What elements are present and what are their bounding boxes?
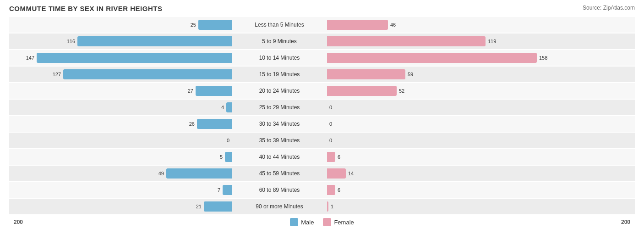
category-label: 10 to 14 Minutes: [234, 55, 325, 61]
male-value: 27: [188, 88, 193, 94]
male-value: 25: [191, 22, 196, 28]
table-row: 14710 to 14 Minutes158: [9, 50, 635, 66]
female-value: 0: [329, 138, 332, 143]
female-swatch: [323, 218, 331, 226]
female-bar: [327, 168, 346, 179]
female-bar: [327, 201, 328, 212]
female-bar: [327, 36, 486, 46]
female-bar: [327, 53, 537, 63]
table-row: 2190 or more Minutes1: [9, 199, 635, 214]
category-label: 60 to 89 Minutes: [234, 187, 325, 193]
female-value: 14: [348, 171, 354, 176]
male-value: 21: [196, 204, 202, 209]
male-value: 0: [227, 138, 229, 143]
male-value: 127: [53, 72, 61, 77]
axis-right-label: 200: [621, 219, 630, 225]
male-section: 116: [9, 36, 234, 46]
category-label: 15 to 19 Minutes: [234, 71, 325, 78]
male-bar: [198, 20, 232, 30]
male-bar: [197, 119, 232, 129]
male-section: 21: [9, 201, 234, 212]
source-text: Source: ZipAtlas.com: [583, 5, 635, 11]
table-row: 540 to 44 Minutes6: [9, 149, 635, 165]
table-row: 425 to 29 Minutes0: [9, 100, 635, 115]
male-section: 147: [9, 53, 234, 63]
female-section: 6: [325, 152, 550, 162]
legend-female: Female: [323, 218, 354, 226]
table-row: 4945 to 59 Minutes14: [9, 166, 635, 181]
male-bar: [37, 53, 232, 63]
male-bar: [225, 152, 232, 162]
female-value: 46: [390, 22, 396, 28]
table-row: 1165 to 9 Minutes119: [9, 33, 635, 49]
female-section: 1: [325, 201, 550, 212]
male-bar: [226, 102, 232, 112]
table-row: 760 to 89 Minutes6: [9, 182, 635, 198]
female-value: 6: [338, 154, 340, 160]
male-value: 49: [158, 171, 164, 176]
table-row: 2630 to 34 Minutes0: [9, 116, 635, 132]
category-label: 90 or more Minutes: [234, 203, 325, 210]
category-label: 45 to 59 Minutes: [234, 170, 325, 177]
female-section: 0: [325, 135, 550, 145]
female-value: 119: [488, 39, 496, 44]
male-swatch: [290, 218, 298, 226]
legend: Male Female: [290, 218, 354, 226]
female-value: 0: [329, 105, 332, 110]
category-label: 30 to 34 Minutes: [234, 121, 325, 127]
female-label: Female: [334, 219, 354, 226]
table-row: 12715 to 19 Minutes59: [9, 67, 635, 82]
female-value: 158: [539, 55, 547, 61]
table-row: 2720 to 24 Minutes52: [9, 83, 635, 99]
female-value: 59: [408, 72, 413, 77]
female-bar: [327, 185, 335, 195]
table-row: 25Less than 5 Minutes46: [9, 17, 635, 33]
chart-title: COMMUTE TIME BY SEX IN RIVER HEIGHTS: [9, 5, 162, 12]
category-label: 5 to 9 Minutes: [234, 38, 325, 45]
male-section: 5: [9, 152, 234, 162]
male-label: Male: [301, 219, 314, 226]
male-bar: [77, 36, 232, 46]
category-label: 25 to 29 Minutes: [234, 104, 325, 111]
axis-left-label: 200: [14, 219, 23, 225]
male-value: 147: [26, 55, 34, 61]
category-label: 40 to 44 Minutes: [234, 154, 325, 160]
chart-area: 25Less than 5 Minutes461165 to 9 Minutes…: [9, 17, 635, 214]
legend-male: Male: [290, 218, 314, 226]
male-value: 116: [67, 39, 75, 44]
female-section: 6: [325, 185, 550, 195]
male-section: 26: [9, 119, 234, 129]
female-bar: [327, 152, 335, 162]
female-section: 158: [325, 53, 550, 63]
female-section: 46: [325, 20, 550, 30]
male-bar: [196, 86, 232, 96]
female-section: 119: [325, 36, 550, 46]
male-bar: [223, 185, 232, 195]
female-value: 1: [331, 204, 333, 209]
male-value: 5: [220, 154, 223, 160]
male-bar: [204, 201, 232, 212]
female-value: 6: [338, 187, 340, 193]
male-section: 27: [9, 86, 234, 96]
table-row: 035 to 39 Minutes0: [9, 133, 635, 148]
female-section: 0: [325, 119, 550, 129]
male-section: 7: [9, 185, 234, 195]
legend-row: 200 Male Female 200: [9, 218, 635, 226]
female-section: 14: [325, 168, 550, 179]
male-section: 49: [9, 168, 234, 179]
male-section: 0: [9, 135, 234, 145]
male-value: 26: [189, 121, 195, 127]
female-value: 52: [399, 88, 404, 94]
male-value: 7: [218, 187, 220, 193]
category-label: 35 to 39 Minutes: [234, 137, 325, 144]
female-bar: [327, 20, 388, 30]
male-section: 4: [9, 102, 234, 112]
male-section: 25: [9, 20, 234, 30]
female-value: 0: [329, 121, 332, 127]
female-section: 52: [325, 86, 550, 96]
category-label: Less than 5 Minutes: [234, 22, 325, 28]
female-bar: [327, 69, 405, 79]
male-bar: [63, 69, 232, 79]
male-section: 127: [9, 69, 234, 79]
male-value: 4: [221, 105, 224, 110]
